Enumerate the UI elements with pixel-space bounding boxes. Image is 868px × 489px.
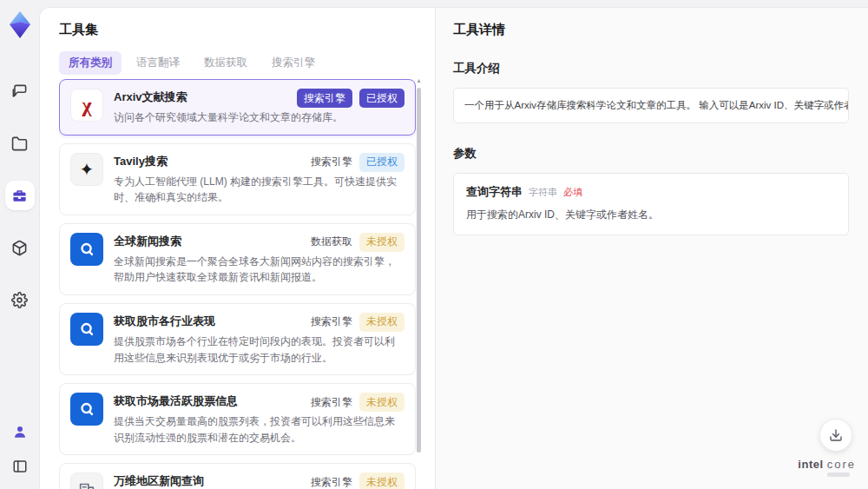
tool-card-arxiv[interactable]: χ Arxiv文献搜索 访问各个研究领域大量科学论文和文章的存储库。 搜索引擎 … [59,79,416,135]
scrollbar-thumb[interactable] [417,88,421,453]
tab-search-engine[interactable]: 搜索引擎 [262,51,325,75]
tool-card-tavily[interactable]: ✦ Tavily搜索 专为人工智能代理 (LLM) 构建的搜索引擎工具。可快速提… [59,143,416,215]
folder-icon[interactable] [5,129,35,158]
status-badge: 未授权 [359,233,404,252]
tool-description: 全球新闻搜索是一个聚合全球各大新闻网站内容的搜索引擎，帮助用户快速获取全球最新资… [114,254,404,286]
news-search-icon [70,233,103,266]
category-tabs: 所有类别 语言翻译 数据获取 搜索引擎 [59,51,325,75]
category-tag: 搜索引擎 [311,314,352,329]
brand-core-text: core [827,458,856,471]
app-logo-icon [7,10,33,40]
intel-core-logo: intel core [798,458,856,477]
category-tag: 搜索引擎 [311,395,352,410]
stock-search-icon [70,313,103,346]
tool-card-most-active-stocks[interactable]: 获取市场最活跃股票信息 提供当天交易量最高的股票列表，投资者可以利用这些信息来识… [59,383,416,455]
cube-icon[interactable] [5,233,35,262]
tool-intro-text: 一个用于从Arxiv存储库搜索科学论文和文章的工具。 输入可以是Arxiv ID… [453,88,849,123]
param-description: 用于搜索的Arxiv ID、关键字或作者姓名。 [466,208,836,222]
status-badge: 已授权 [359,153,404,172]
tab-all-categories[interactable]: 所有类别 [59,51,122,75]
tool-description: 提供当天交易量最高的股票列表，投资者可以利用这些信息来识别流动性强的股票和潜在的… [114,413,404,446]
tool-list-panel: 工具集 所有类别 语言翻译 数据获取 搜索引擎 χ Arxiv文献搜索 访问各个… [40,8,435,489]
tool-detail-panel: 工具详情 工具介绍 一个用于从Arxiv存储库搜索科学论文和文章的工具。 输入可… [435,8,868,489]
settings-gear-icon[interactable] [5,285,35,314]
tool-card-list: χ Arxiv文献搜索 访问各个研究领域大量科学论文和文章的存储库。 搜索引擎 … [59,79,416,489]
brand-intel-text: intel [798,458,823,471]
building-news-icon [70,472,103,489]
category-tag: 搜索引擎 [311,475,352,489]
tool-card-global-news[interactable]: 全球新闻搜索 全球新闻搜索是一个聚合全球各大新闻网站内容的搜索引擎，帮助用户快速… [59,223,416,295]
stock-search-icon [70,393,103,426]
category-tag: 搜索引擎 [311,155,352,169]
arxiv-icon: χ [70,89,103,122]
tool-description: 提供股票市场各个行业在特定时间段内的表现。投资者可以利用这些信息来识别表现优于或… [114,334,404,366]
category-badge: 搜索引擎 [297,89,352,108]
status-badge: 未授权 [359,313,404,332]
panel-toggle-icon[interactable] [5,456,35,477]
status-badge: 未授权 [359,393,404,412]
tool-description: 专为人工智能代理 (LLM) 构建的搜索引擎工具。可快速提供实时、准确和真实的结… [114,174,404,206]
params-heading: 参数 [453,146,849,162]
parameter-item: 查询字符串 字符串 必填 用于搜索的Arxiv ID、关键字或作者姓名。 [453,173,849,235]
tab-language-translation[interactable]: 语言翻译 [127,51,189,75]
user-avatar-icon[interactable] [5,421,35,442]
tool-card-regional-news[interactable]: 万维地区新闻查询 查询具体行政区划内的新闻，快速了解各地新闻动态。 搜索引擎 未… [59,463,416,489]
tavily-star-icon: ✦ [70,153,103,186]
brand-sub-mark [827,472,850,477]
status-badge: 未授权 [359,472,404,489]
tool-description: 访问各个研究领域大量科学论文和文章的存储库。 [114,109,404,126]
category-tag: 数据获取 [311,235,352,249]
intro-heading: 工具介绍 [453,61,849,76]
toolbox-icon[interactable] [5,181,35,210]
param-name: 查询字符串 [466,184,523,200]
download-button[interactable] [819,419,852,452]
app-sidebar [0,0,39,489]
main-content: 工具集 所有类别 语言翻译 数据获取 搜索引擎 χ Arxiv文献搜索 访问各个… [39,7,868,489]
tab-data-fetch[interactable]: 数据获取 [194,51,257,75]
list-scrollbar[interactable]: ▴ [416,77,422,486]
param-required-badge: 必填 [563,186,582,199]
status-badge: 已授权 [359,89,404,108]
page-title: 工具集 [59,22,98,38]
tool-card-sector-performance[interactable]: 获取股市各行业表现 提供股票市场各个行业在特定时间段内的表现。投资者可以利用这些… [59,303,416,375]
detail-title: 工具详情 [453,22,849,38]
scroll-up-arrow[interactable]: ▴ [416,77,422,84]
param-type: 字符串 [529,186,557,199]
download-icon [829,428,843,442]
chat-icon[interactable] [5,76,35,106]
